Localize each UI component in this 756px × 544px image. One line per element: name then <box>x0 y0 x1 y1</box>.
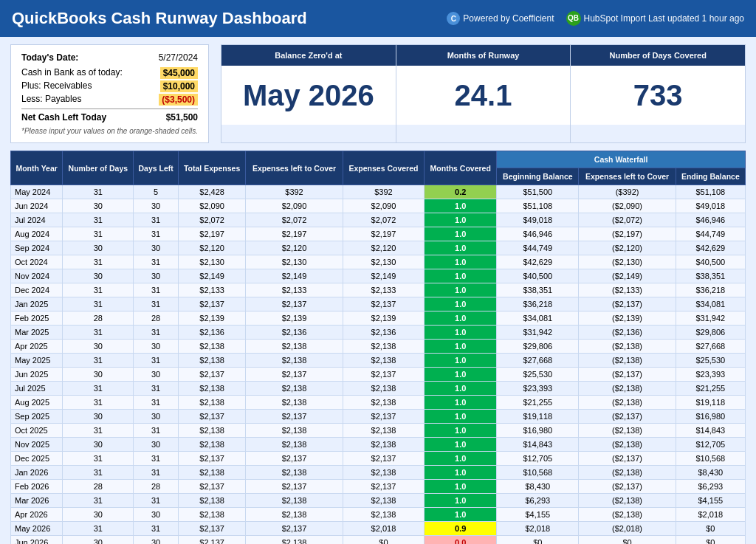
cell-num-days: 31 <box>63 227 134 241</box>
cell-month: Feb 2026 <box>11 480 63 494</box>
cell-total-exp: $2,072 <box>178 213 246 227</box>
top-section: Today's Date: 5/27/2024 Cash in Bank as … <box>10 44 746 143</box>
cell-cw-exp-left: ($2,139) <box>579 311 676 326</box>
cell-cw-exp-left: ($2,138) <box>579 396 676 410</box>
cell-days-left: 31 <box>134 354 178 368</box>
cell-begin-bal: $4,155 <box>497 508 579 522</box>
col-num-days: Number of Days <box>63 151 134 185</box>
cell-begin-bal: $0 <box>497 536 579 545</box>
cell-end-bal: $0 <box>676 536 745 545</box>
cell-num-days: 30 <box>63 340 134 354</box>
cell-end-bal: $0 <box>676 522 745 536</box>
table-row: Sep 20243030$2,120$2,120$2,1201.0$44,749… <box>11 241 746 255</box>
cell-end-bal: $42,629 <box>676 241 745 255</box>
cell-month: Sep 2025 <box>11 410 63 424</box>
cell-days-left: 31 <box>134 255 178 269</box>
cell-num-days: 30 <box>63 438 134 452</box>
coefficient-label: Powered by Coefficient <box>463 13 554 24</box>
cell-total-exp: $2,138 <box>178 438 246 452</box>
cell-exp-covered: $2,138 <box>343 508 425 522</box>
cell-months-covered: 0.0 <box>425 536 497 545</box>
cell-exp-left: $2,138 <box>246 382 343 396</box>
kpi-zero-date: Balance Zero'd at May 2026 <box>221 45 396 142</box>
col-days-left: Days Left <box>134 151 178 185</box>
cell-exp-covered: $2,137 <box>343 368 425 382</box>
cell-months-covered: 1.0 <box>425 508 497 522</box>
cell-end-bal: $49,018 <box>676 199 745 213</box>
cell-days-left: 30 <box>134 340 178 354</box>
table-row: Dec 20243131$2,133$2,133$2,1331.0$38,351… <box>11 283 746 297</box>
cell-end-bal: $2,018 <box>676 508 745 522</box>
cell-cw-exp-left: ($2,138) <box>579 438 676 452</box>
cell-month: May 2026 <box>11 522 63 536</box>
cell-end-bal: $44,749 <box>676 227 745 241</box>
today-date: 5/27/2024 <box>159 52 198 63</box>
cell-begin-bal: $31,942 <box>497 326 579 340</box>
receivables-value: $10,000 <box>160 80 198 92</box>
cell-cw-exp-left: ($2,072) <box>579 213 676 227</box>
table-row: May 20253131$2,138$2,138$2,1381.0$27,668… <box>11 354 746 368</box>
data-table: Month Year Number of Days Days Left Tota… <box>10 151 746 544</box>
cell-days-left: 28 <box>134 480 178 494</box>
cell-num-days: 31 <box>63 185 134 199</box>
cell-months-covered: 1.0 <box>425 199 497 213</box>
cell-num-days: 28 <box>63 311 134 326</box>
cell-months-covered: 1.0 <box>425 466 497 480</box>
col-begin-bal: Beginning Balance <box>497 168 579 185</box>
cell-exp-left: $2,137 <box>246 452 343 466</box>
cell-exp-covered: $2,138 <box>343 340 425 354</box>
cell-cw-exp-left: ($2,197) <box>579 227 676 241</box>
cell-months-covered: 1.0 <box>425 227 497 241</box>
cell-num-days: 31 <box>63 255 134 269</box>
cell-days-left: 31 <box>134 326 178 340</box>
cell-end-bal: $31,942 <box>676 311 745 326</box>
cell-days-left: 31 <box>134 283 178 297</box>
orange-note: *Please input your values on the orange-… <box>21 127 198 135</box>
cell-months-covered: 0.2 <box>425 185 497 199</box>
cell-begin-bal: $10,568 <box>497 466 579 480</box>
cell-total-exp: $2,130 <box>178 255 246 269</box>
table-row: May 2024315$2,428$392$3920.2$51,500($392… <box>11 185 746 199</box>
table-row: Jul 20253131$2,138$2,138$2,1381.0$23,393… <box>11 382 746 396</box>
cell-month: Jul 2025 <box>11 382 63 396</box>
cell-begin-bal: $38,351 <box>497 283 579 297</box>
cell-month: Nov 2024 <box>11 269 63 283</box>
header-right: C Powered by Coefficient QB HubSpot Impo… <box>447 11 744 26</box>
col-exp-covered: Expenses Covered <box>343 151 425 185</box>
cell-end-bal: $29,806 <box>676 326 745 340</box>
col-total-exp: Total Expenses <box>178 151 246 185</box>
cell-begin-bal: $49,018 <box>497 213 579 227</box>
cell-days-left: 30 <box>134 269 178 283</box>
cell-cw-exp-left: ($2,130) <box>579 255 676 269</box>
cell-cw-exp-left: ($2,136) <box>579 326 676 340</box>
cell-begin-bal: $14,843 <box>497 438 579 452</box>
cell-month: Jun 2024 <box>11 199 63 213</box>
cell-end-bal: $6,293 <box>676 480 745 494</box>
cell-begin-bal: $34,081 <box>497 311 579 326</box>
cell-exp-left: $2,139 <box>246 311 343 326</box>
cell-cw-exp-left: ($2,138) <box>579 494 676 508</box>
cell-month: Aug 2025 <box>11 396 63 410</box>
cell-days-left: 28 <box>134 311 178 326</box>
main-content: Today's Date: 5/27/2024 Cash in Bank as … <box>0 37 756 544</box>
cell-exp-covered: $2,197 <box>343 227 425 241</box>
cell-begin-bal: $40,500 <box>497 269 579 283</box>
cell-total-exp: $2,137 <box>178 297 246 311</box>
cell-total-exp: $2,120 <box>178 241 246 255</box>
cell-days-left: 30 <box>134 199 178 213</box>
cell-exp-covered: $2,149 <box>343 269 425 283</box>
cell-num-days: 28 <box>63 480 134 494</box>
cell-exp-covered: $2,137 <box>343 452 425 466</box>
cell-days-left: 31 <box>134 452 178 466</box>
table-row: Mar 20253131$2,136$2,136$2,1361.0$31,942… <box>11 326 746 340</box>
col-exp-left: Expenses left to Cover <box>246 151 343 185</box>
cell-days-left: 31 <box>134 494 178 508</box>
cell-cw-exp-left: ($2,149) <box>579 269 676 283</box>
cell-month: Jul 2024 <box>11 213 63 227</box>
table-row: Jun 20263030$2,137$2,138$00.0$0$0$0 <box>11 536 746 545</box>
cell-begin-bal: $46,946 <box>497 227 579 241</box>
cell-num-days: 31 <box>63 452 134 466</box>
cell-total-exp: $2,138 <box>178 382 246 396</box>
cell-month: Nov 2025 <box>11 438 63 452</box>
cell-days-left: 31 <box>134 522 178 536</box>
